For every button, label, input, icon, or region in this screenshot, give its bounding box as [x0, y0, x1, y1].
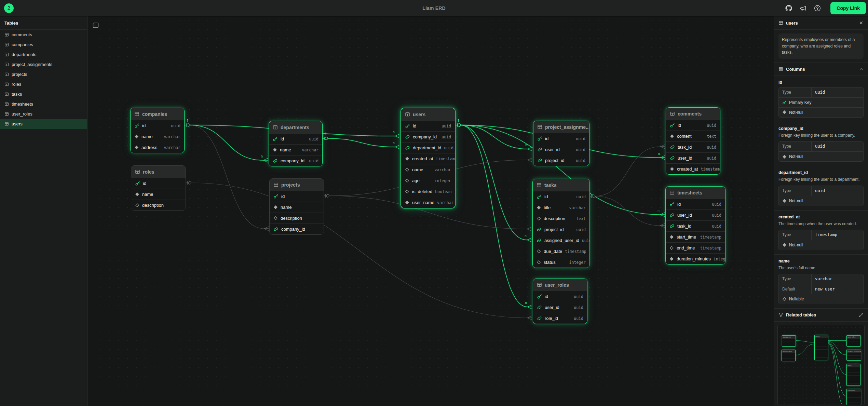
column-row-user_id[interactable]: user_iduuid: [666, 152, 720, 163]
table-header[interactable]: project_assignme...: [533, 121, 589, 133]
column-row-end_time[interactable]: end_timetimestamp: [666, 242, 725, 253]
erd-table-companies[interactable]: companiesiduuidnamevarcharaddressvarchar: [130, 108, 185, 153]
column-row-department_id[interactable]: department_iduuid: [401, 142, 455, 153]
column-row-task_id[interactable]: task_iduuid: [666, 141, 720, 152]
column-row-id[interactable]: id: [131, 178, 186, 189]
column-row-due_date[interactable]: due_datetimestamp: [533, 246, 589, 257]
sidebar-item-tasks[interactable]: tasks: [0, 89, 87, 99]
help-icon[interactable]: [814, 5, 821, 12]
column-row-created_at[interactable]: created_attimestamp: [666, 163, 720, 174]
column-row-project_id[interactable]: project_iduuid: [533, 155, 589, 166]
column-row-name[interactable]: name: [131, 189, 186, 200]
column-row-address[interactable]: addressvarchar: [131, 142, 184, 153]
table-header[interactable]: companies: [131, 108, 184, 120]
link-icon: [537, 227, 542, 232]
toggle-sidebar-icon[interactable]: [92, 22, 99, 29]
column-row-company_id[interactable]: company_iduuid: [269, 155, 322, 166]
table-icon: [405, 112, 410, 117]
column-row-company_id[interactable]: company_id: [270, 224, 324, 234]
column-row-role_id[interactable]: role_iduuid: [533, 313, 587, 324]
key-icon: [273, 136, 278, 141]
sidebar-item-roles[interactable]: roles: [0, 79, 87, 89]
key-icon: [670, 123, 675, 128]
column-row-name[interactable]: namevarchar: [401, 164, 455, 175]
open-diagram-icon[interactable]: [859, 313, 864, 317]
sidebar-item-timesheets[interactable]: timesheets: [0, 99, 87, 109]
column-row-id[interactable]: iduuid: [533, 191, 589, 202]
related-tables-minimap[interactable]: companiesdepartmentsusersuser_rolesproje…: [777, 325, 865, 405]
sidebar-item-departments[interactable]: departments: [0, 50, 87, 59]
column-row-id[interactable]: id: [270, 191, 324, 202]
erd-table-roles[interactable]: rolesidnamedescription: [131, 165, 186, 211]
erd-table-project_assignme_[interactable]: project_assignme...iduuiduser_iduuidproj…: [533, 121, 589, 166]
column-row-created_at[interactable]: created_attimestamp: [401, 153, 455, 164]
column-row-user_name[interactable]: user_namevarchar: [401, 197, 455, 208]
erd-table-tasks[interactable]: tasksiduuidtitlevarchardescriptiontextpr…: [532, 179, 590, 268]
table-header[interactable]: tasks: [533, 179, 589, 191]
column-row-description[interactable]: descriptiontext: [533, 213, 589, 224]
column-row-name[interactable]: namevarchar: [269, 144, 322, 155]
table-header[interactable]: timesheets: [666, 187, 725, 199]
erd-table-departments[interactable]: departmentsiduuidnamevarcharcompany_iduu…: [269, 121, 323, 166]
column-row-content[interactable]: contenttext: [666, 131, 720, 141]
erd-table-comments[interactable]: commentsiduuidcontenttexttask_iduuiduser…: [666, 107, 720, 175]
table-header[interactable]: roles: [131, 166, 186, 178]
erd-table-timesheets[interactable]: timesheetsiduuiduser_iduuidtask_iduuidst…: [665, 186, 725, 265]
diamond-outline-icon: [405, 178, 409, 183]
column-row-id[interactable]: iduuid: [533, 291, 587, 302]
sidebar-header: Tables: [0, 16, 87, 30]
erd-table-projects[interactable]: projectsidnamedescriptioncompany_id: [269, 178, 324, 235]
close-panel-icon[interactable]: [859, 21, 864, 25]
column-row-user_id[interactable]: user_iduuid: [533, 302, 587, 313]
column-row-id[interactable]: iduuid: [269, 133, 322, 144]
column-row-description[interactable]: description: [131, 200, 186, 211]
column-row-name[interactable]: name: [270, 202, 324, 213]
column-row-description[interactable]: description: [270, 213, 324, 224]
table-header[interactable]: comments: [666, 108, 720, 120]
chevron-up-icon[interactable]: [859, 67, 864, 71]
column-row-user_id[interactable]: user_iduuid: [666, 209, 725, 220]
column-row-start_time[interactable]: start_timetimestamp: [666, 231, 725, 242]
column-row-id[interactable]: iduuid: [666, 199, 725, 209]
erd-table-user_roles[interactable]: user_rolesiduuiduser_iduuidrole_iduuid: [533, 279, 587, 324]
column-row-is_deleted[interactable]: is_deletedboolean: [401, 186, 455, 197]
megaphone-icon[interactable]: [800, 5, 806, 12]
column-row-id[interactable]: iduuid: [666, 120, 720, 131]
column-row-id[interactable]: iduuid: [533, 133, 589, 144]
copy-link-button[interactable]: Copy Link: [830, 2, 866, 14]
column-row-id[interactable]: iduuid: [401, 120, 455, 131]
app-title: Liam ERD: [0, 5, 868, 11]
diamond-icon: [782, 110, 787, 114]
column-row-name[interactable]: namevarchar: [131, 131, 184, 142]
sidebar-item-companies[interactable]: companies: [0, 40, 87, 50]
table-icon: [4, 72, 9, 77]
column-row-age[interactable]: ageinteger: [401, 175, 455, 186]
table-icon: [670, 111, 675, 116]
sidebar-item-user_roles[interactable]: user_roles: [0, 109, 87, 119]
column-row-title[interactable]: titlevarchar: [533, 202, 589, 213]
sidebar-item-project_assignments[interactable]: project_assignments: [0, 59, 87, 69]
table-icon: [4, 102, 9, 106]
column-row-id[interactable]: iduuid: [131, 120, 184, 131]
erd-canvas[interactable]: 1n1n1n1n1n1n1n1n companiesiduuidnamevarc…: [87, 16, 774, 406]
table-header[interactable]: user_roles: [533, 279, 587, 291]
sidebar-item-projects[interactable]: projects: [0, 69, 87, 79]
erd-table-users[interactable]: usersiduuidcompany_iduuiddepartment_iduu…: [401, 108, 456, 208]
sidebar-item-comments[interactable]: comments: [0, 30, 87, 40]
diamond-icon: [670, 134, 674, 138]
column-row-duration_minutes[interactable]: duration_minutesinteger: [666, 253, 725, 264]
column-row-task_id[interactable]: task_iduuid: [666, 220, 725, 231]
column-row-assigned_user_id[interactable]: assigned_user_iduuid: [533, 235, 589, 246]
table-header[interactable]: projects: [270, 179, 324, 191]
minimap-table-tasks: tasks: [846, 364, 860, 386]
sidebar-item-users[interactable]: users: [0, 119, 87, 129]
column-row-project_id[interactable]: project_iduuid: [533, 224, 589, 235]
github-icon[interactable]: [785, 5, 792, 12]
column-row-user_id[interactable]: user_iduuid: [533, 144, 589, 155]
link-icon: [405, 134, 410, 139]
related-tables-header: Related tables: [786, 312, 816, 317]
column-row-status[interactable]: statusinteger: [533, 257, 589, 268]
column-row-company_id[interactable]: company_iduuid: [401, 131, 455, 142]
table-header[interactable]: departments: [269, 121, 322, 133]
table-header[interactable]: users: [401, 108, 455, 120]
